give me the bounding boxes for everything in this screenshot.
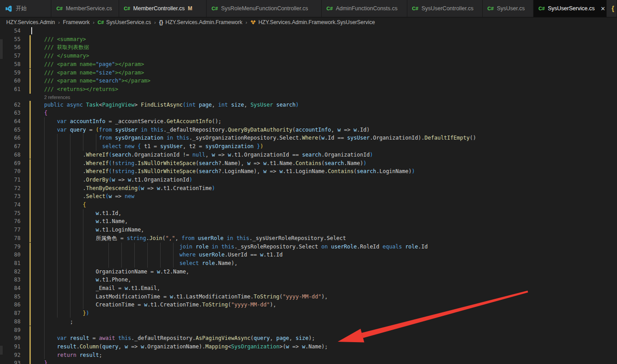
breadcrumb: HZY.Services.Admin›Framework›C#SysUserSe… <box>0 17 617 27</box>
change-tracking-bar <box>29 318 31 326</box>
line-number: 55 <box>0 35 21 44</box>
code-text: w.t1.LoginName, <box>31 226 144 234</box>
code-text: .WhereIf(search.OrganizationId != null, … <box>31 151 373 159</box>
indent-guide <box>44 117 45 359</box>
line-number: 90 <box>0 334 21 343</box>
change-tracking-bar <box>29 226 31 234</box>
indent-guide <box>96 134 96 150</box>
change-tracking-bar <box>29 101 31 109</box>
change-tracking-bar <box>29 134 31 142</box>
line-number: 79 <box>0 243 21 251</box>
tab-partial[interactable]: { <box>607 0 617 17</box>
line-number: 82 <box>0 268 21 276</box>
breadcrumb-item-label: HZY.Services.Admin.Framework <box>166 19 243 25</box>
tab-MemberService.cs[interactable]: C#MemberService.cs <box>51 0 119 17</box>
csharp-file-icon: C# <box>412 6 418 11</box>
breadcrumb-separator-icon: › <box>245 20 247 25</box>
code-line: 65 var query = (from sysUser in this._de… <box>0 126 617 134</box>
indent-guide <box>147 243 148 268</box>
tab-SysUserController.cs[interactable]: C#SysUserController.cs <box>407 0 483 17</box>
code-line: 57 /// </summary> <box>0 52 617 60</box>
code-text: w.t1.Phone, <box>31 276 131 284</box>
code-text: from sysOrganization in this._sysOrganiz… <box>31 134 476 142</box>
breadcrumb-item[interactable]: HZY.Services.Admin <box>6 19 55 25</box>
line-number: 76 <box>0 217 21 226</box>
code-line: 82 OrganizationName = w.t2.Name, <box>0 268 617 276</box>
code-text: }) <box>31 309 89 318</box>
tab-close-icon[interactable]: ✕ <box>598 5 605 12</box>
line-number: 68 <box>0 151 21 159</box>
code-text: where userRole.UserId == w.t1.Id <box>31 251 283 259</box>
line-number: 64 <box>0 117 21 126</box>
breadcrumb-separator-icon: › <box>154 20 156 25</box>
code-text: /// <returns></returns> <box>31 85 118 94</box>
line-number: 80 <box>0 251 21 259</box>
tab-label: SysUserService.cs <box>548 5 595 12</box>
breadcrumb-item[interactable]: C#SysUserService.cs <box>98 19 151 25</box>
line-number: 65 <box>0 126 21 134</box>
breadcrumb-item-label: HZY.Services.Admin.Framework.SysUserServ… <box>258 19 375 25</box>
code-line: 55 /// <summary> <box>0 35 617 44</box>
code-line: 85 LastModificationTime = w.t1.LastModif… <box>0 293 617 301</box>
codelens-references[interactable]: 2 references <box>44 94 70 101</box>
line-number: 87 <box>0 309 21 318</box>
gutter-mark <box>0 346 3 355</box>
code-line: 64 var accountInfo = _accountService.Get… <box>0 117 617 126</box>
code-text: .Select(w => new <box>31 192 134 201</box>
code-text: result.Column(query, w => w.Organization… <box>31 343 328 351</box>
line-number: 77 <box>0 226 21 234</box>
code-text: ; <box>31 318 73 326</box>
csharp-file-icon: C# <box>56 6 62 11</box>
code-text: { <box>31 201 86 209</box>
code-line: 88 ; <box>0 318 617 326</box>
line-number: 78 <box>0 234 21 243</box>
text-cursor <box>31 27 32 34</box>
tab-开始[interactable]: 开始 <box>0 0 51 17</box>
codelens-row: 2 references <box>0 94 617 101</box>
line-number: 92 <box>0 351 21 360</box>
code-text: /// <param name="page"></param> <box>31 60 144 69</box>
tab-SysUserService.cs[interactable]: C#SysUserService.cs✕ <box>534 0 607 17</box>
code-text: .OrderBy(w => w.t1.OrganizationId) <box>31 176 192 184</box>
breadcrumb-item-label: SysUserService.cs <box>106 19 151 25</box>
line-number: 69 <box>0 159 21 168</box>
change-tracking-bar <box>29 359 31 364</box>
indent-guide <box>70 134 70 317</box>
code-editor[interactable]: 5455 /// <summary>56 /// 获取列表数据57 /// </… <box>0 27 617 364</box>
code-text: .WhereIf(!string.IsNullOrWhiteSpace(sear… <box>31 159 367 168</box>
change-tracking-bar <box>29 217 31 226</box>
code-line: 77 w.t1.LoginName, <box>0 226 617 234</box>
tab-MemberController.cs[interactable]: C#MemberController.csM <box>119 0 207 17</box>
change-tracking-bar <box>29 209 31 218</box>
namespace-braces-icon: {} <box>159 19 163 25</box>
visual-studio-logo-icon <box>5 5 12 12</box>
code-text: /// <param name="search"></param> <box>31 77 150 85</box>
code-line: 54 <box>0 27 617 35</box>
code-line: 71 .OrderBy(w => w.t1.OrganizationId) <box>0 176 617 184</box>
code-line: 73 .Select(w => new <box>0 192 617 201</box>
tab-SysRoleMenuFunctionController.cs[interactable]: C#SysRoleMenuFunctionController.cs <box>207 0 321 17</box>
indent-guide <box>83 209 83 309</box>
change-tracking-bar <box>29 334 31 343</box>
breadcrumb-item[interactable]: HZY.Services.Admin.Framework.SysUserServ… <box>250 19 375 25</box>
breadcrumb-item[interactable]: Framework <box>63 19 90 25</box>
code-line: 68 .WhereIf(search.OrganizationId != nul… <box>0 151 617 159</box>
breadcrumb-item[interactable]: {}HZY.Services.Admin.Framework <box>159 19 242 25</box>
line-number: 63 <box>0 109 21 117</box>
tab-label: 开始 <box>16 5 27 12</box>
change-tracking-bar <box>29 293 31 301</box>
change-tracking-bar <box>29 259 31 268</box>
code-text: CreationTime = w.t1.CreationTime.ToStrin… <box>31 301 276 309</box>
breadcrumb-separator-icon: › <box>58 20 60 25</box>
editor-tab-bar: 开始C#MemberService.csC#MemberController.c… <box>0 0 617 17</box>
csharp-file-icon: C# <box>211 6 218 11</box>
tab-SysUser.cs[interactable]: C#SysUser.cs <box>483 0 534 17</box>
change-tracking-bar <box>29 276 31 284</box>
line-number: 56 <box>0 43 21 52</box>
line-number: 62 <box>0 101 21 109</box>
code-text: .WhereIf(!string.IsNullOrWhiteSpace(sear… <box>31 167 415 176</box>
change-tracking-bar <box>29 251 31 259</box>
tab-AdminFunctionConsts.cs[interactable]: C#AdminFunctionConsts.cs <box>322 0 407 17</box>
code-line: 62 public async Task<PagingView> FindLis… <box>0 101 617 109</box>
tab-label: SysUser.cs <box>497 5 525 12</box>
